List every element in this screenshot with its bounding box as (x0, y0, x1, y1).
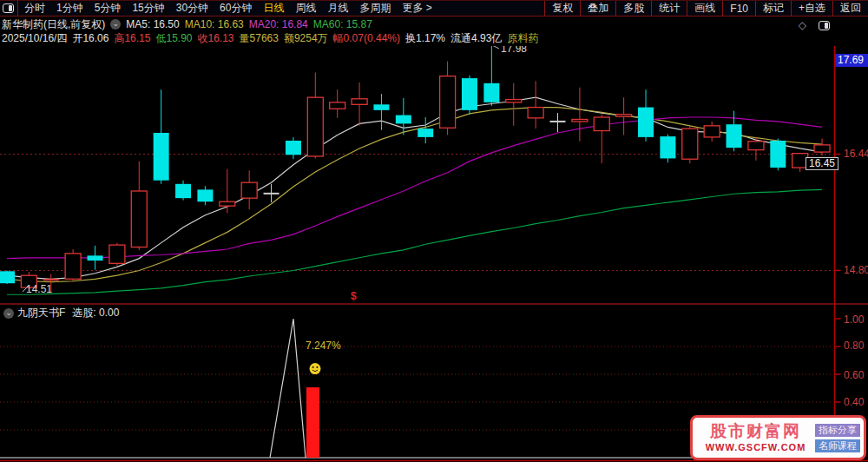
ma20-value: MA20: 16.84 (249, 18, 308, 30)
period-tab[interactable]: 1分钟 (56, 1, 83, 16)
toolbar-button-zixuan[interactable]: +自选 (791, 1, 832, 16)
period-tab[interactable]: 月线 (327, 1, 348, 16)
quote-low: 低15.90 (155, 31, 192, 46)
indicator-name[interactable]: 九阴天书F (17, 306, 65, 320)
ma60-value: MA60: 15.87 (313, 18, 372, 30)
period-tab-active[interactable]: 日线 (263, 1, 284, 16)
split-window-icon[interactable] (3, 3, 14, 13)
diamond-icon[interactable]: ◇ (799, 19, 806, 31)
ma10-value: MA10: 16.63 (185, 18, 244, 30)
stock-title: 新华制药(日线,前复权) (2, 17, 105, 32)
more-menu[interactable]: 更多 > (402, 1, 431, 16)
period-tab[interactable]: 多周期 (359, 1, 391, 16)
quote-date: 2025/10/16/四 (2, 31, 67, 46)
header: 分时 1分钟 5分钟 15分钟 30分钟 60分钟 日线 周线 月线 多周期 更… (0, 0, 868, 46)
period-tab[interactable]: 30分钟 (176, 1, 208, 16)
period-tabs: 分时 1分钟 5分钟 15分钟 30分钟 60分钟 日线 周线 月线 多周期 更… (17, 1, 444, 16)
chart-canvas[interactable] (0, 0, 868, 462)
quote-amount: 额9254万 (284, 31, 328, 46)
period-tab[interactable]: 5分钟 (95, 1, 122, 16)
toolbar-button-f10[interactable]: F10 (722, 1, 755, 16)
quote-float: 流通4.93亿 (450, 31, 502, 46)
quote-high: 高16.15 (114, 31, 150, 46)
top-menu-bar: 分时 1分钟 5分钟 15分钟 30分钟 60分钟 日线 周线 月线 多周期 更… (0, 0, 868, 16)
ma5-value: MA5: 16.50 (126, 18, 179, 30)
watermark-badge-1: 指标分享 (815, 424, 860, 437)
toolbar-button-fuquan[interactable]: 复权 (544, 1, 580, 16)
period-tab[interactable]: 周线 (295, 1, 316, 16)
watermark-badge-2: 名师课程 (815, 439, 860, 452)
toolbar-button-dugu[interactable]: 多股 (615, 1, 651, 16)
quote-row-ma: 新华制药(日线,前复权) ⌄ MA5: 16.50 MA10: 16.63 MA… (0, 17, 868, 31)
dropdown-circle-icon[interactable]: ⌄ (110, 19, 121, 30)
toolbar-button-diejia[interactable]: 叠加 (580, 1, 615, 16)
quote-close: 收16.13 (198, 31, 234, 46)
watermark-url: WWW.GSCFW.COM (706, 441, 806, 453)
quote-change: 幅0.07(0.44%) (333, 31, 400, 46)
quote-open: 开16.06 (72, 31, 108, 46)
dropdown-circle-icon[interactable]: ⌄ (3, 308, 14, 319)
quote-turnover: 换1.17% (405, 31, 445, 46)
quote-row-info: 2025/10/16/四 开16.06 高16.15 低15.90 收16.13… (0, 31, 868, 45)
toolbar-buttons: 复权 叠加 多股 统计 画线 F10 标记 +自选 返回 (544, 1, 868, 16)
quote-volume: 量57663 (240, 31, 279, 46)
toolbar-button-biaoji[interactable]: 标记 (755, 1, 791, 16)
period-tab[interactable]: 分时 (24, 1, 45, 16)
watermark: 股市财富网 WWW.GSCFW.COM 指标分享 名师课程 (690, 415, 866, 460)
indicator-param: 选股: 0.00 (72, 306, 119, 320)
window-layout-icon[interactable] (819, 21, 830, 30)
toolbar-button-fanhui[interactable]: 返回 (832, 1, 868, 16)
period-tab[interactable]: 60分钟 (220, 1, 252, 16)
toolbar-button-huaxian[interactable]: 画线 (687, 1, 722, 16)
quote-sector: 原料药 (507, 31, 538, 46)
period-tab[interactable]: 15分钟 (132, 1, 164, 16)
toolbar-button-tongji[interactable]: 统计 (651, 1, 687, 16)
watermark-title: 股市财富网 (710, 422, 801, 441)
